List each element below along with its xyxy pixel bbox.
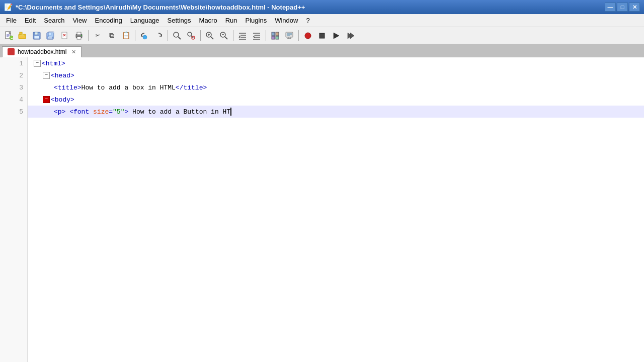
code-line-2: −<head>: [28, 69, 644, 81]
code-tag-head-open: <head>: [51, 72, 74, 79]
fold-icon-4[interactable]: −: [43, 96, 50, 103]
menu-bar: File Edit Search View Encoding Language …: [0, 14, 644, 27]
svg-point-54: [305, 33, 311, 39]
toolbar-sep-4: [200, 30, 201, 41]
cut-button[interactable]: ✂: [91, 29, 104, 42]
svg-rect-43: [272, 32, 275, 36]
code-attr-size: size: [93, 108, 109, 116]
line-num-4: 4: [0, 94, 27, 106]
zoom-out-button[interactable]: [217, 29, 230, 42]
open-button[interactable]: [16, 29, 29, 42]
line-numbers: 1 2 3 4 5: [0, 57, 28, 362]
menu-language[interactable]: Language: [126, 15, 164, 26]
svg-rect-9: [35, 32, 38, 35]
record-button[interactable]: [301, 29, 314, 42]
line-num-5: 5: [0, 106, 27, 118]
tab-bar: howtoaddbox.html ✕: [0, 44, 644, 57]
toolbar: ↩ ✂ ⧉ 📋: [0, 27, 644, 44]
fold-icon-1[interactable]: −: [34, 60, 41, 67]
menu-edit[interactable]: Edit: [21, 15, 40, 26]
toolbar-sep-2: [135, 30, 135, 41]
menu-run[interactable]: Run: [221, 15, 242, 26]
copy-button[interactable]: ⧉: [105, 29, 118, 42]
find-button[interactable]: [171, 29, 184, 42]
save-macro-button[interactable]: [344, 29, 357, 42]
style-button[interactable]: [269, 29, 282, 42]
svg-rect-44: [276, 32, 279, 36]
menu-help[interactable]: ?: [302, 15, 313, 26]
paste-button[interactable]: 📋: [119, 29, 132, 42]
svg-rect-7: [20, 32, 22, 34]
toolbar-sep-1: [88, 30, 89, 41]
toolbar-sep-3: [168, 30, 168, 41]
menu-macro[interactable]: Macro: [195, 15, 221, 26]
code-tag-title-open: <title>: [54, 84, 82, 92]
svg-line-33: [225, 37, 227, 39]
code-space-1: [65, 108, 69, 116]
redo-button[interactable]: [152, 29, 165, 42]
svg-rect-21: [81, 35, 82, 36]
code-area[interactable]: −<html> −<head> <title>How to add a box …: [28, 57, 644, 362]
replace-button[interactable]: [185, 29, 198, 42]
stop-button[interactable]: [315, 29, 329, 42]
fold-icon-2[interactable]: −: [43, 72, 50, 79]
line-num-1: 1: [0, 57, 27, 69]
tab-close-icon[interactable]: ✕: [71, 49, 76, 55]
maximize-button[interactable]: □: [617, 3, 628, 12]
zoom-in-button[interactable]: [203, 29, 216, 42]
menu-window[interactable]: Window: [271, 15, 302, 26]
menu-file[interactable]: File: [2, 15, 21, 26]
code-tag-title-close: </title>: [176, 84, 207, 92]
menu-view[interactable]: View: [69, 15, 91, 26]
app-icon: 📝: [4, 3, 13, 11]
svg-rect-55: [319, 33, 325, 38]
svg-marker-56: [334, 33, 339, 39]
text-cursor: [230, 108, 231, 116]
menu-settings[interactable]: Settings: [164, 15, 195, 26]
print-button[interactable]: [72, 29, 86, 42]
svg-point-25: [188, 32, 192, 36]
save-button[interactable]: [30, 29, 43, 42]
tab-howtoaddbox[interactable]: howtoaddbox.html ✕: [2, 46, 82, 57]
tab-file-icon: [8, 48, 15, 55]
minimize-button[interactable]: —: [605, 3, 616, 12]
title-bar: 📝 *C:\Documents and Settings\Anirudh\My …: [0, 0, 644, 14]
tab-filename: howtoaddbox.html: [18, 48, 66, 55]
svg-rect-46: [276, 36, 279, 39]
svg-line-29: [211, 37, 213, 39]
code-tag-body-open: <body>: [51, 96, 74, 104]
svg-rect-14: [48, 32, 54, 37]
code-line-1: −<html>: [28, 57, 644, 69]
save-all-button[interactable]: [44, 29, 57, 42]
window-controls: — □ ✕: [605, 3, 640, 12]
menu-encoding[interactable]: Encoding: [91, 15, 126, 26]
svg-text:↩: ↩: [11, 36, 14, 40]
menu-search[interactable]: Search: [40, 15, 68, 26]
code-line-4: −<body>: [28, 94, 644, 106]
editor-area[interactable]: 1 2 3 4 5 −<html> −<head> <title>How to …: [0, 57, 644, 362]
code-line-5[interactable]: <p> <font size="5"> How to add a Button …: [28, 106, 644, 118]
svg-line-24: [178, 37, 181, 39]
code-line-3: <title>How to add a box in HTML</title>: [28, 81, 644, 94]
indent-button[interactable]: [236, 29, 249, 42]
code-equals: =: [109, 108, 113, 116]
new-button[interactable]: ↩: [2, 29, 15, 42]
monitor-button[interactable]: [283, 29, 296, 42]
undo-button[interactable]: [138, 29, 151, 42]
title-text: *C:\Documents and Settings\Anirudh\My Do…: [16, 4, 605, 11]
line-num-3: 3: [0, 81, 27, 94]
code-text-content: How to add a Button in HT: [128, 108, 230, 116]
play-button[interactable]: [330, 29, 343, 42]
svg-rect-20: [77, 37, 81, 39]
outdent-button[interactable]: [250, 29, 263, 42]
toolbar-sep-6: [266, 30, 266, 41]
svg-rect-19: [77, 32, 81, 35]
svg-marker-58: [350, 33, 354, 39]
code-tag-p: <p>: [54, 108, 65, 116]
close-file-button[interactable]: [58, 29, 71, 42]
svg-rect-10: [34, 36, 39, 39]
close-button[interactable]: ✕: [629, 3, 640, 12]
toolbar-sep-7: [298, 30, 299, 41]
menu-plugins[interactable]: Plugins: [242, 15, 271, 26]
svg-point-23: [174, 32, 179, 37]
